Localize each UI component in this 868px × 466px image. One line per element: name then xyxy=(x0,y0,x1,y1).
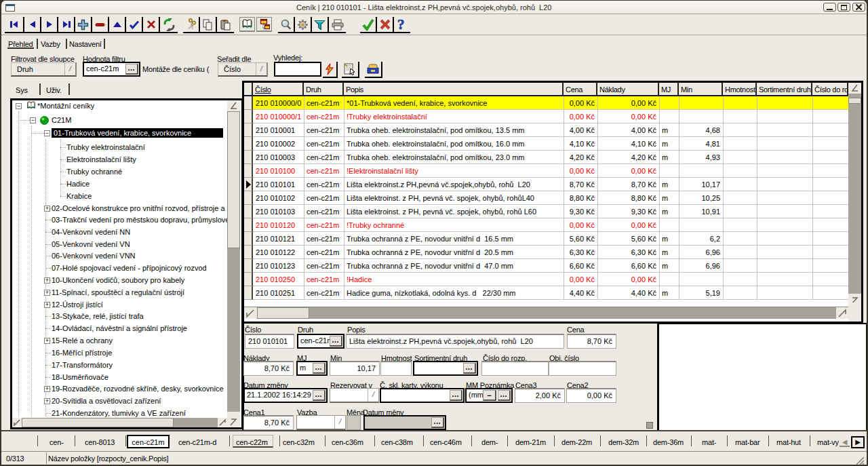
svg-text:?: ? xyxy=(397,18,405,31)
